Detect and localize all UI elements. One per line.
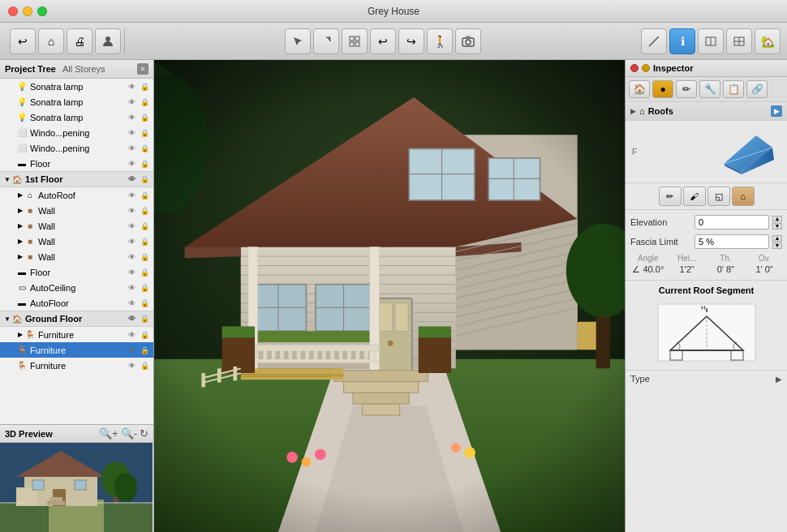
lock-icon[interactable]: 🔒 — [139, 81, 150, 92]
elevation-value[interactable]: 0 — [695, 215, 769, 230]
insp-pencil-tool[interactable]: ✏ — [676, 80, 697, 98]
close-button[interactable] — [8, 6, 18, 16]
project-tree[interactable]: 💡 Sonatra lamp 👁 🔒 💡 Sonatra lamp 👁 🔒 💡 — [0, 79, 153, 424]
lock-icon[interactable]: 🔒 — [139, 236, 150, 247]
lock-icon[interactable]: 🔒 — [139, 267, 150, 278]
lock-icon[interactable]: 🔒 — [139, 360, 150, 371]
eye-icon[interactable]: 👁 — [126, 97, 137, 108]
tree-item-furniture3[interactable]: 🪑 Furniture 👁 🔒 — [0, 358, 153, 373]
lock-icon[interactable]: 🔒 — [139, 158, 150, 169]
insp-clipboard-tool[interactable]: 📋 — [723, 80, 744, 98]
insp-pencil2-tool[interactable]: ✏ — [659, 187, 682, 206]
insp-brush-tool[interactable]: 🖌 — [683, 187, 706, 206]
eye-icon[interactable]: 👁 — [126, 205, 137, 217]
lock-icon[interactable]: 🔒 — [139, 282, 150, 294]
lock-icon[interactable]: 🔒 — [139, 313, 150, 324]
roofs-section-header[interactable]: ▶ ⌂ Roofs ▶ — [626, 102, 787, 121]
print-tool[interactable]: 🖨 — [67, 28, 92, 54]
eye-icon[interactable]: 👁 — [126, 282, 137, 294]
insp-erase-tool[interactable]: ◱ — [707, 187, 730, 206]
tree-item-window1[interactable]: ⬜ Windo...pening 👁 🔒 — [0, 125, 153, 140]
tree-item-lamp2[interactable]: 💡 Sonatra lamp 👁 🔒 — [0, 94, 153, 109]
eye-icon[interactable]: 👁 — [126, 251, 137, 263]
grid-tool[interactable] — [342, 28, 368, 54]
tree-item-lamp3[interactable]: 💡 Sonatra lamp 👁 🔒 — [0, 109, 153, 125]
tree-item-furniture1[interactable]: ▶ 🪑 Furniture 👁 🔒 — [0, 327, 153, 342]
view2-tool[interactable] — [726, 28, 752, 54]
tree-item-autoroof[interactable]: ▶ ⌂ AutoRoof 👁 🔒 — [0, 187, 153, 203]
eye-icon[interactable]: 👁 — [126, 345, 137, 356]
zoom-in-button[interactable]: 🔍+ — [99, 427, 118, 440]
camera-tool[interactable] — [455, 28, 481, 54]
eye-icon[interactable]: 👁 — [126, 329, 137, 341]
info-tool[interactable]: ℹ — [669, 28, 695, 54]
user-tool[interactable] — [95, 28, 121, 54]
tree-item-wall1[interactable]: ▶ ■ Wall 👁 🔒 — [0, 203, 153, 218]
redo-tool[interactable]: ↪ — [398, 28, 424, 54]
eye-icon[interactable]: 👁 — [126, 112, 137, 123]
lock-icon[interactable]: 🔒 — [139, 127, 150, 139]
window-controls[interactable] — [8, 6, 47, 16]
fascia-value[interactable]: 5 % — [695, 234, 769, 249]
house-view-tool[interactable]: 🏡 — [755, 28, 781, 54]
eye-icon[interactable]: 👁 — [126, 158, 137, 169]
zoom-out-button[interactable]: 🔍- — [121, 427, 137, 440]
insp-roof2-tool[interactable]: ⌂ — [732, 187, 755, 206]
elevation-stepper[interactable]: ▲ ▼ — [772, 216, 782, 230]
lock-icon[interactable]: 🔒 — [139, 174, 150, 185]
minimize-button[interactable] — [23, 6, 32, 16]
center-viewport[interactable] — [154, 60, 625, 532]
view1-tool[interactable] — [698, 28, 724, 54]
tree-item-window2[interactable]: ⬜ Windo...pening 👁 🔒 — [0, 140, 153, 156]
eye-icon[interactable]: 👁 — [126, 236, 137, 247]
eye-icon[interactable]: 👁 — [126, 190, 137, 201]
lock-icon[interactable]: 🔒 — [139, 298, 150, 309]
lock-icon[interactable]: 🔒 — [139, 112, 150, 123]
back-tool[interactable]: ↩ — [10, 28, 36, 54]
maximize-button[interactable] — [37, 6, 47, 16]
preview-viewport[interactable] — [0, 443, 153, 532]
eye-icon[interactable]: 👁 — [126, 221, 137, 232]
undo-tool[interactable]: ↩ — [370, 28, 396, 54]
lock-icon[interactable]: 🔒 — [139, 190, 150, 201]
eye-icon[interactable]: 👁 — [126, 298, 137, 309]
1st-floor-section[interactable]: ▼ 🏠 1st Floor 👁 🔒 — [0, 171, 153, 187]
refresh-button[interactable]: ↻ — [140, 427, 148, 440]
elevation-down-btn[interactable]: ▼ — [772, 223, 782, 230]
select-tool[interactable] — [285, 28, 311, 54]
main-3d-view[interactable] — [154, 60, 625, 532]
lock-icon[interactable]: 🔒 — [139, 205, 150, 217]
type-row[interactable]: Type ▶ — [626, 370, 787, 387]
lock-icon[interactable]: 🔒 — [139, 97, 150, 108]
eye-icon[interactable]: 👁 — [126, 127, 137, 139]
home-tool[interactable]: ⌂ — [38, 28, 64, 54]
tree-item-autoceiling[interactable]: ▭ AutoCeiling 👁 🔒 — [0, 280, 153, 295]
eye-icon[interactable]: 👁 — [126, 81, 137, 92]
insp-wrench-tool[interactable]: 🔧 — [699, 80, 720, 98]
tree-item-furniture2[interactable]: 🪑 Furniture 👁 🔒 — [0, 342, 153, 358]
tree-item-floor1[interactable]: ▬ Floor 👁 🔒 — [0, 264, 153, 280]
tree-item-wall2[interactable]: ▶ ■ Wall 👁 🔒 — [0, 218, 153, 234]
insp-link-tool[interactable]: 🔗 — [746, 80, 768, 98]
eye-icon[interactable]: 👁 — [126, 313, 137, 324]
insp-circle-tool[interactable]: ● — [652, 80, 673, 98]
eye-icon[interactable]: 👁 — [126, 267, 137, 278]
panel-header-icon[interactable]: ≡ — [137, 63, 148, 75]
fascia-stepper[interactable]: ▲ ▼ — [772, 235, 782, 249]
lock-icon[interactable]: 🔒 — [139, 251, 150, 263]
insp-house-tool[interactable]: 🏠 — [629, 80, 650, 98]
eye-icon[interactable]: 👁 — [126, 174, 137, 185]
lock-icon[interactable]: 🔒 — [139, 329, 150, 341]
elevation-up-btn[interactable]: ▲ — [772, 216, 782, 222]
eye-icon[interactable]: 👁 — [126, 360, 137, 371]
measure-tool[interactable] — [641, 28, 667, 54]
lock-icon[interactable]: 🔒 — [139, 221, 150, 232]
fascia-down-btn[interactable]: ▼ — [772, 242, 782, 249]
eye-icon[interactable]: 👁 — [126, 143, 137, 154]
tree-item-floor0[interactable]: ▬ Floor 👁 🔒 — [0, 156, 153, 171]
walk-tool[interactable]: 🚶 — [427, 28, 453, 54]
section-expand-btn[interactable]: ▶ — [771, 105, 782, 117]
ground-floor-section[interactable]: ▼ 🏠 Ground Floor 👁 🔒 — [0, 311, 153, 327]
tree-item-wall4[interactable]: ▶ ■ Wall 👁 🔒 — [0, 249, 153, 264]
tree-item-autofloor[interactable]: ▬ AutoFloor 👁 🔒 — [0, 295, 153, 311]
